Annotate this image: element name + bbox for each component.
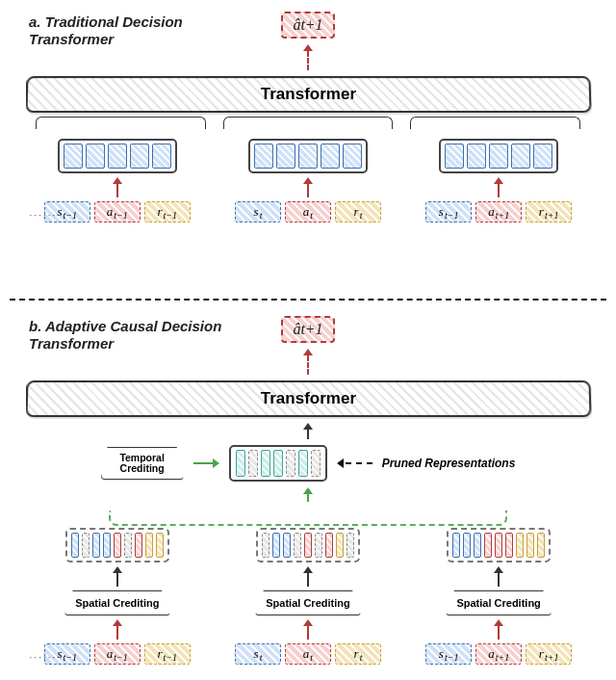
action-box: at [285,643,331,665]
tokrow-a-3 [439,139,558,173]
arrow-up-icon [494,619,503,640]
temporal-crediting-label: Temporal Crediting [101,453,184,474]
state-box: st [235,201,281,222]
arrow-temporal-to-transformer [303,423,313,439]
arrow-right-green-icon [193,458,219,468]
action-box: at+1 [475,643,522,665]
state-box: st [235,643,281,665]
spatial-label: Spatial Crediting [73,598,161,609]
transformer-a: Transformer [25,76,591,113]
sar-b-1: st−1 at−1 rt−1 [44,643,191,665]
arrow-up-icon [303,177,313,197]
temporal-token-row [229,445,327,482]
action-box: at [285,201,331,222]
reward-box: rt [335,643,381,665]
ellipsis-icon: ······ [30,652,58,663]
tokrow-b-2 [256,528,360,562]
transformer-b: Transformer [25,380,591,417]
sar-a-2: st at rt [235,201,381,222]
sar-b-2: st at rt [235,643,381,665]
sar-a-3: st−1 at+1 rt+1 [425,201,572,222]
panel-b: b. Adaptive Causal Decision Transformer … [10,312,606,680]
pruned-label: Pruned Representations [382,457,516,470]
col-a-2: st at rt [218,139,398,222]
figure: a. Traditional Decision Transformer ât+1… [0,0,616,680]
col-b-2: Spatial Crediting st at rt [218,528,398,665]
tokrow-a-2 [248,139,368,173]
reward-box: rt+1 [526,643,572,665]
tokrow-b-1 [65,528,169,562]
state-box: st−1 [425,201,472,222]
action-box: at−1 [94,201,141,222]
spatial-crediting-3: Spatial Crediting [446,590,552,615]
spatial-label: Spatial Crediting [264,598,351,609]
brace-a-1 [36,117,206,129]
output-a-box: ât+1 [281,12,334,39]
panel-a: a. Traditional Decision Transformer ât+1… [10,8,606,289]
output-b-text: ât+1 [293,321,322,337]
tokrow-a-1 [58,139,177,173]
output-b-box: ât+1 [281,316,334,343]
col-b-3: Spatial Crediting st−1 at+1 rt+1 [409,528,588,665]
arrow-up-icon [494,566,503,587]
spatial-crediting-1: Spatial Crediting [64,590,170,615]
sar-a-1: st−1 at−1 rt−1 [44,201,191,222]
pruned-arrow-icon [337,458,372,468]
columns-a: ······ st−1 at−1 rt−1 [28,139,589,222]
arrow-up-icon [113,177,122,197]
panel-a-title: a. Traditional Decision Transformer [29,13,260,48]
arrow-up-icon [113,619,122,640]
col-b-1: Spatial Crediting st−1 at−1 rt−1 [28,528,207,665]
brace-row-a [28,117,589,129]
panel-b-title: b. Adaptive Causal Decision Transformer [29,318,260,353]
arrow-transformer-to-output-a [303,44,313,70]
temporal-row: Temporal Crediting Pruned Representation… [15,445,601,482]
sar-b-3: st−1 at+1 rt+1 [425,643,572,665]
panel-b-stack: ât+1 Transformer Temporal Crediting [10,312,606,665]
spatial-crediting-2: Spatial Crediting [255,590,361,615]
reward-box: rt+1 [526,201,572,222]
state-box: st−1 [425,643,472,665]
reward-box: rt−1 [144,201,191,222]
spatial-label: Spatial Crediting [454,598,542,609]
arrow-green-up-icon [303,487,313,502]
arrow-transformer-to-output-b [303,349,313,375]
green-dashed-bracket [109,510,506,526]
action-box: at+1 [475,201,522,222]
ellipsis-icon: ······ [30,210,58,221]
columns-b: ······ Spatial Crediting st−1 at−1 rt−1 [28,528,589,665]
arrow-up-icon [113,566,122,587]
brace-a-2 [223,117,394,129]
arrow-up-icon [303,566,313,587]
action-box: at−1 [94,643,141,665]
panel-divider [10,299,606,301]
reward-box: rt [335,201,381,222]
col-a-3: st−1 at+1 rt+1 [409,139,588,222]
output-a-text: ât+1 [293,16,322,33]
temporal-crediting-block: Temporal Crediting [101,447,184,480]
tokrow-b-3 [447,528,551,562]
brace-a-3 [410,117,580,129]
reward-box: rt−1 [144,643,191,665]
arrow-up-icon [494,177,503,197]
arrow-up-icon [303,619,313,640]
